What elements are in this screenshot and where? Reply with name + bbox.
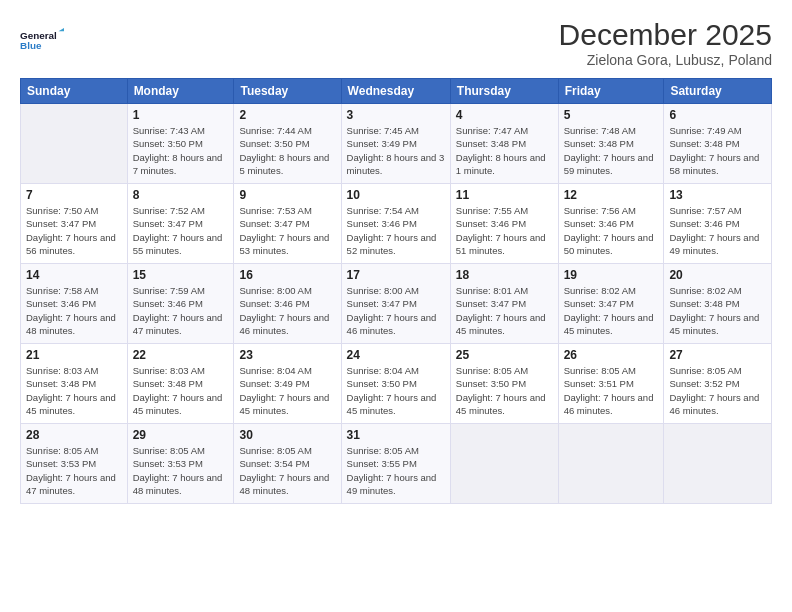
day-number: 22 — [133, 348, 229, 362]
sunrise-text: Sunrise: 8:05 AM — [133, 445, 205, 456]
header-wednesday: Wednesday — [341, 79, 450, 104]
daylight-text: Daylight: 7 hours and 48 minutes. — [26, 312, 116, 336]
day-detail: Sunrise: 8:05 AMSunset: 3:50 PMDaylight:… — [456, 364, 553, 417]
day-cell-1-0: 7Sunrise: 7:50 AMSunset: 3:47 PMDaylight… — [21, 184, 128, 264]
day-detail: Sunrise: 7:54 AMSunset: 3:46 PMDaylight:… — [347, 204, 445, 257]
week-row-3: 14Sunrise: 7:58 AMSunset: 3:46 PMDayligh… — [21, 264, 772, 344]
day-number: 12 — [564, 188, 659, 202]
day-detail: Sunrise: 7:49 AMSunset: 3:48 PMDaylight:… — [669, 124, 766, 177]
day-detail: Sunrise: 8:04 AMSunset: 3:50 PMDaylight:… — [347, 364, 445, 417]
header: General Blue December 2025 Zielona Gora,… — [20, 18, 772, 68]
day-detail: Sunrise: 7:59 AMSunset: 3:46 PMDaylight:… — [133, 284, 229, 337]
day-number: 18 — [456, 268, 553, 282]
sunset-text: Sunset: 3:48 PM — [26, 378, 96, 389]
day-detail: Sunrise: 8:03 AMSunset: 3:48 PMDaylight:… — [26, 364, 122, 417]
week-row-2: 7Sunrise: 7:50 AMSunset: 3:47 PMDaylight… — [21, 184, 772, 264]
calendar-table: SundayMondayTuesdayWednesdayThursdayFrid… — [20, 78, 772, 504]
day-cell-0-1: 1Sunrise: 7:43 AMSunset: 3:50 PMDaylight… — [127, 104, 234, 184]
header-thursday: Thursday — [450, 79, 558, 104]
daylight-text: Daylight: 7 hours and 47 minutes. — [26, 472, 116, 496]
daylight-text: Daylight: 7 hours and 53 minutes. — [239, 232, 329, 256]
daylight-text: Daylight: 7 hours and 56 minutes. — [26, 232, 116, 256]
day-cell-3-3: 24Sunrise: 8:04 AMSunset: 3:50 PMDayligh… — [341, 344, 450, 424]
sunrise-text: Sunrise: 7:54 AM — [347, 205, 419, 216]
header-friday: Friday — [558, 79, 664, 104]
location-title: Zielona Gora, Lubusz, Poland — [559, 52, 772, 68]
day-number: 9 — [239, 188, 335, 202]
day-number: 19 — [564, 268, 659, 282]
sunset-text: Sunset: 3:46 PM — [239, 298, 309, 309]
svg-text:General: General — [20, 30, 57, 41]
month-title: December 2025 — [559, 18, 772, 52]
sunset-text: Sunset: 3:47 PM — [26, 218, 96, 229]
day-number: 2 — [239, 108, 335, 122]
sunrise-text: Sunrise: 7:49 AM — [669, 125, 741, 136]
sunset-text: Sunset: 3:47 PM — [239, 218, 309, 229]
day-number: 3 — [347, 108, 445, 122]
daylight-text: Daylight: 7 hours and 58 minutes. — [669, 152, 759, 176]
day-cell-3-6: 27Sunrise: 8:05 AMSunset: 3:52 PMDayligh… — [664, 344, 772, 424]
day-cell-4-4 — [450, 424, 558, 504]
sunset-text: Sunset: 3:48 PM — [564, 138, 634, 149]
sunrise-text: Sunrise: 7:58 AM — [26, 285, 98, 296]
day-cell-1-5: 12Sunrise: 7:56 AMSunset: 3:46 PMDayligh… — [558, 184, 664, 264]
daylight-text: Daylight: 7 hours and 45 minutes. — [133, 392, 223, 416]
daylight-text: Daylight: 8 hours and 1 minute. — [456, 152, 546, 176]
day-detail: Sunrise: 8:02 AMSunset: 3:48 PMDaylight:… — [669, 284, 766, 337]
day-number: 26 — [564, 348, 659, 362]
daylight-text: Daylight: 7 hours and 48 minutes. — [133, 472, 223, 496]
sunset-text: Sunset: 3:46 PM — [669, 218, 739, 229]
day-number: 13 — [669, 188, 766, 202]
sunrise-text: Sunrise: 7:50 AM — [26, 205, 98, 216]
day-cell-2-0: 14Sunrise: 7:58 AMSunset: 3:46 PMDayligh… — [21, 264, 128, 344]
daylight-text: Daylight: 7 hours and 46 minutes. — [347, 312, 437, 336]
sunrise-text: Sunrise: 7:57 AM — [669, 205, 741, 216]
sunrise-text: Sunrise: 8:05 AM — [26, 445, 98, 456]
day-detail: Sunrise: 8:05 AMSunset: 3:54 PMDaylight:… — [239, 444, 335, 497]
logo: General Blue — [20, 18, 64, 62]
sunrise-text: Sunrise: 7:56 AM — [564, 205, 636, 216]
daylight-text: Daylight: 7 hours and 46 minutes. — [669, 392, 759, 416]
day-number: 20 — [669, 268, 766, 282]
daylight-text: Daylight: 7 hours and 49 minutes. — [669, 232, 759, 256]
day-number: 17 — [347, 268, 445, 282]
day-detail: Sunrise: 7:47 AMSunset: 3:48 PMDaylight:… — [456, 124, 553, 177]
daylight-text: Daylight: 7 hours and 45 minutes. — [564, 312, 654, 336]
sunrise-text: Sunrise: 7:59 AM — [133, 285, 205, 296]
day-cell-0-3: 3Sunrise: 7:45 AMSunset: 3:49 PMDaylight… — [341, 104, 450, 184]
day-detail: Sunrise: 8:05 AMSunset: 3:53 PMDaylight:… — [26, 444, 122, 497]
day-detail: Sunrise: 7:45 AMSunset: 3:49 PMDaylight:… — [347, 124, 445, 177]
sunset-text: Sunset: 3:46 PM — [564, 218, 634, 229]
daylight-text: Daylight: 7 hours and 59 minutes. — [564, 152, 654, 176]
day-detail: Sunrise: 7:43 AMSunset: 3:50 PMDaylight:… — [133, 124, 229, 177]
week-row-5: 28Sunrise: 8:05 AMSunset: 3:53 PMDayligh… — [21, 424, 772, 504]
sunrise-text: Sunrise: 8:01 AM — [456, 285, 528, 296]
header-saturday: Saturday — [664, 79, 772, 104]
sunset-text: Sunset: 3:46 PM — [133, 298, 203, 309]
sunrise-text: Sunrise: 8:05 AM — [347, 445, 419, 456]
sunset-text: Sunset: 3:47 PM — [347, 298, 417, 309]
sunset-text: Sunset: 3:46 PM — [347, 218, 417, 229]
sunset-text: Sunset: 3:48 PM — [669, 138, 739, 149]
day-cell-4-5 — [558, 424, 664, 504]
daylight-text: Daylight: 7 hours and 52 minutes. — [347, 232, 437, 256]
day-cell-2-3: 17Sunrise: 8:00 AMSunset: 3:47 PMDayligh… — [341, 264, 450, 344]
day-detail: Sunrise: 7:53 AMSunset: 3:47 PMDaylight:… — [239, 204, 335, 257]
sunrise-text: Sunrise: 8:05 AM — [456, 365, 528, 376]
day-detail: Sunrise: 8:05 AMSunset: 3:53 PMDaylight:… — [133, 444, 229, 497]
day-detail: Sunrise: 8:03 AMSunset: 3:48 PMDaylight:… — [133, 364, 229, 417]
week-row-1: 1Sunrise: 7:43 AMSunset: 3:50 PMDaylight… — [21, 104, 772, 184]
sunrise-text: Sunrise: 7:52 AM — [133, 205, 205, 216]
day-cell-4-3: 31Sunrise: 8:05 AMSunset: 3:55 PMDayligh… — [341, 424, 450, 504]
day-cell-1-3: 10Sunrise: 7:54 AMSunset: 3:46 PMDayligh… — [341, 184, 450, 264]
sunrise-text: Sunrise: 8:05 AM — [239, 445, 311, 456]
day-cell-0-6: 6Sunrise: 7:49 AMSunset: 3:48 PMDaylight… — [664, 104, 772, 184]
day-cell-1-1: 8Sunrise: 7:52 AMSunset: 3:47 PMDaylight… — [127, 184, 234, 264]
day-cell-1-2: 9Sunrise: 7:53 AMSunset: 3:47 PMDaylight… — [234, 184, 341, 264]
day-number: 11 — [456, 188, 553, 202]
day-detail: Sunrise: 7:50 AMSunset: 3:47 PMDaylight:… — [26, 204, 122, 257]
sunrise-text: Sunrise: 7:45 AM — [347, 125, 419, 136]
day-detail: Sunrise: 8:00 AMSunset: 3:47 PMDaylight:… — [347, 284, 445, 337]
sunset-text: Sunset: 3:50 PM — [133, 138, 203, 149]
day-detail: Sunrise: 8:00 AMSunset: 3:46 PMDaylight:… — [239, 284, 335, 337]
